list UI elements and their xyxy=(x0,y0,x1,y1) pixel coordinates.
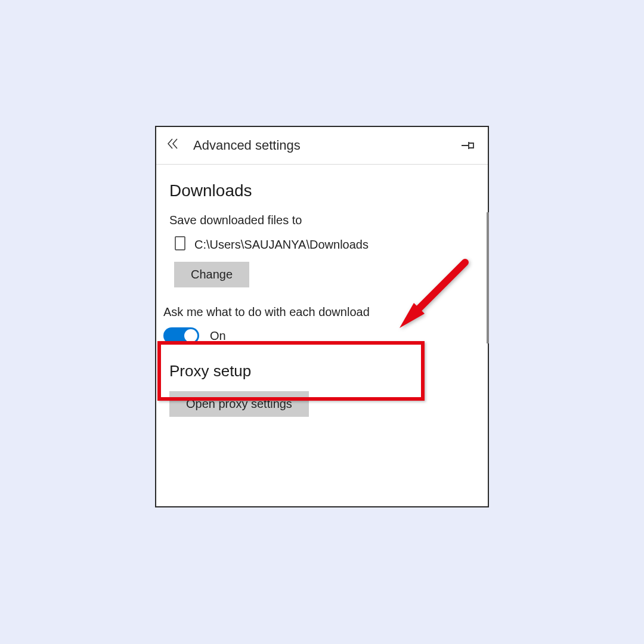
proxy-heading: Proxy setup xyxy=(169,362,475,380)
toggle-knob xyxy=(184,329,197,342)
ask-download-toggle-row: On xyxy=(163,327,475,344)
svg-rect-0 xyxy=(175,237,185,250)
toggle-state-label: On xyxy=(210,329,226,343)
back-icon[interactable] xyxy=(167,138,180,153)
pin-icon[interactable] xyxy=(460,140,475,151)
ask-download-toggle[interactable] xyxy=(163,327,199,344)
downloads-heading: Downloads xyxy=(169,181,475,200)
save-location-label: Save downloaded files to xyxy=(169,213,475,227)
panel-body: Downloads Save downloaded files to C:\Us… xyxy=(156,165,488,504)
ask-download-section: Ask me what to do with each download On xyxy=(163,305,475,344)
settings-panel: Advanced settings Downloads Save downloa… xyxy=(155,126,489,507)
panel-header: Advanced settings xyxy=(156,127,488,165)
download-path-text: C:\Users\SAUJANYA\Downloads xyxy=(194,238,369,252)
open-proxy-button[interactable]: Open proxy settings xyxy=(169,391,309,417)
download-path-row: C:\Users\SAUJANYA\Downloads xyxy=(169,236,475,253)
change-button[interactable]: Change xyxy=(174,262,249,287)
scrollbar[interactable] xyxy=(487,212,489,343)
panel-title: Advanced settings xyxy=(193,138,460,153)
ask-download-label: Ask me what to do with each download xyxy=(163,305,475,319)
folder-icon xyxy=(174,236,186,253)
